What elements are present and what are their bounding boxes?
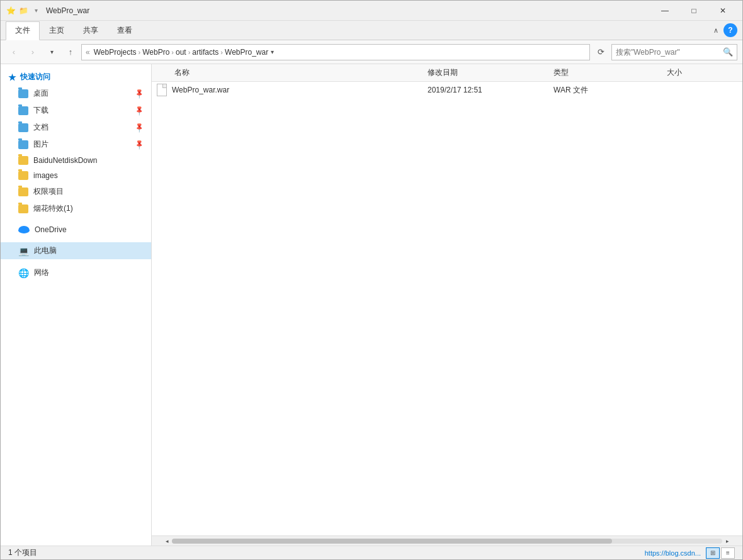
scroll-right-button[interactable]: ▸ <box>722 536 732 546</box>
col-header-type[interactable]: 类型 <box>553 67 667 78</box>
breadcrumb-out[interactable]: out <box>176 48 186 57</box>
sidebar-onedrive-label: OneDrive <box>35 225 67 234</box>
pin-icon-downloads: 📌 <box>133 104 145 116</box>
quick-access-icon: ⭐ <box>6 6 16 16</box>
yanhua-folder-icon <box>18 204 28 213</box>
search-bar[interactable]: 🔍 <box>611 44 737 60</box>
quanxian-folder-icon <box>18 188 28 196</box>
sidebar-item-images[interactable]: images <box>1 168 151 183</box>
sidebar-item-network[interactable]: 🌐 网络 <box>1 264 151 281</box>
refresh-button[interactable]: ⟳ <box>593 44 609 60</box>
tab-share[interactable]: 共享 <box>74 21 108 40</box>
breadcrumb-artifacts[interactable]: artifacts <box>192 48 218 57</box>
col-header-name[interactable]: 名称 <box>157 67 428 78</box>
breadcrumb-sep-4: › <box>220 48 223 56</box>
sidebar-quanxian-label: 权限项目 <box>33 186 64 197</box>
back-button[interactable]: ‹ <box>6 44 22 60</box>
scroll-left-button[interactable]: ◂ <box>162 536 172 546</box>
sidebar-documents-label: 文档 <box>33 122 48 133</box>
file-date-cell: 2019/2/17 12:51 <box>428 86 553 94</box>
pin-icon-documents: 📌 <box>133 121 145 133</box>
breadcrumb-dropdown-icon[interactable]: ▾ <box>271 48 274 55</box>
ribbon-help: ∧ ? <box>713 23 737 37</box>
horizontal-scrollbar[interactable]: ◂ ▸ <box>152 535 742 546</box>
breadcrumb-sep-3: › <box>188 48 191 56</box>
sidebar-item-desktop[interactable]: 桌面 📌 <box>1 85 151 102</box>
tab-file[interactable]: 文件 <box>6 21 40 40</box>
sidebar-desktop-label: 桌面 <box>33 88 48 99</box>
scrollbar-thumb[interactable] <box>172 539 612 544</box>
war-file-icon <box>157 84 167 96</box>
ribbon-collapse-icon[interactable]: ∧ <box>713 26 718 35</box>
pin-icon-desktop: 📌 <box>133 87 145 99</box>
help-button[interactable]: ? <box>723 23 737 37</box>
network-icon: 🌐 <box>18 268 29 278</box>
view-buttons: ⊞ ≡ <box>706 547 735 559</box>
up-button[interactable]: ↑ <box>62 44 79 60</box>
sidebar-network-label: 网络 <box>34 267 49 278</box>
star-icon: ★ <box>8 72 16 82</box>
sidebar-item-pictures[interactable]: 图片 📌 <box>1 136 151 153</box>
title-bar-icons: ⭐ 📁 ▾ <box>6 6 41 16</box>
sidebar-item-documents[interactable]: 文档 📌 <box>1 119 151 136</box>
sidebar-pictures-label: 图片 <box>33 139 48 150</box>
title-bar: ⭐ 📁 ▾ WebPro_war — □ ✕ <box>1 1 742 21</box>
window-controls: — □ ✕ <box>650 1 737 21</box>
sidebar-item-quanxian[interactable]: 权限项目 <box>1 183 151 200</box>
file-name: WebPro_war.war <box>172 86 229 94</box>
pictures-folder-icon <box>18 140 28 149</box>
file-type-cell: WAR 文件 <box>553 85 667 96</box>
scrollbar-track[interactable] <box>172 539 722 544</box>
ribbon: 文件 主页 共享 查看 ∧ ? <box>1 21 742 40</box>
sidebar-item-yanhua[interactable]: 烟花特效(1) <box>1 200 151 217</box>
forward-button[interactable]: › <box>25 44 41 60</box>
file-name-cell: WebPro_war.war <box>157 84 428 96</box>
main-area: ★ 快速访问 桌面 📌 下载 📌 文档 📌 图片 📌 BaiduNetdiskD… <box>1 64 742 546</box>
status-link: https://blog.csdn... <box>645 549 701 557</box>
pin-icon-pictures: 📌 <box>133 138 145 150</box>
maximize-button[interactable]: □ <box>679 1 708 21</box>
search-input[interactable] <box>616 48 723 57</box>
sidebar-item-thispc[interactable]: 💻 此电脑 <box>1 242 151 259</box>
images-folder-icon <box>18 171 28 180</box>
table-row[interactable]: WebPro_war.war 2019/2/17 12:51 WAR 文件 <box>152 82 742 98</box>
tab-home[interactable]: 主页 <box>40 21 74 40</box>
sidebar-divider-1 <box>1 217 151 222</box>
grid-view-button[interactable]: ⊞ <box>706 547 720 559</box>
ribbon-tabs: 文件 主页 共享 查看 ∧ ? <box>1 21 742 40</box>
quick-access-header[interactable]: ★ 快速访问 <box>1 69 151 85</box>
sidebar-images-label: images <box>33 171 58 180</box>
sidebar-baidu-label: BaiduNetdiskDown <box>33 156 97 165</box>
tab-view[interactable]: 查看 <box>108 21 142 40</box>
documents-folder-icon <box>18 123 28 132</box>
downloads-folder-icon <box>18 106 28 115</box>
close-button[interactable]: ✕ <box>708 1 737 21</box>
address-bar: ‹ › ▾ ↑ « WebProjects › WebPro › out › a… <box>1 40 742 64</box>
breadcrumb-bar[interactable]: « WebProjects › WebPro › out › artifacts… <box>81 44 590 60</box>
breadcrumb-sep-1: › <box>139 48 141 56</box>
folder-icon: 📁 <box>18 6 28 16</box>
thispc-icon: 💻 <box>18 246 29 256</box>
file-list-header: ∧ 名称 修改日期 类型 大小 <box>152 64 742 82</box>
desktop-folder-icon <box>18 89 28 98</box>
breadcrumb-webpro[interactable]: WebPro <box>142 48 169 57</box>
sidebar-item-onedrive[interactable]: OneDrive <box>1 222 151 237</box>
dropdown-button[interactable]: ▾ <box>43 44 60 60</box>
sidebar-item-baidu[interactable]: BaiduNetdiskDown <box>1 153 151 168</box>
list-view-button[interactable]: ≡ <box>721 547 735 559</box>
file-area: ∧ 名称 修改日期 类型 大小 WebPro_war.war 2019/2/17… <box>152 64 742 546</box>
onedrive-icon <box>18 226 30 233</box>
sidebar-item-downloads[interactable]: 下载 📌 <box>1 102 151 119</box>
sort-up-indicator[interactable]: ∧ <box>445 69 450 77</box>
pin-icon: ▾ <box>31 6 41 16</box>
sidebar-divider-2 <box>1 237 151 242</box>
quick-access-label: 快速访问 <box>20 72 50 82</box>
col-header-size[interactable]: 大小 <box>667 67 737 78</box>
minimize-button[interactable]: — <box>650 1 679 21</box>
breadcrumb-root[interactable]: « <box>86 48 90 57</box>
breadcrumb-webpro-war[interactable]: WebPro_war <box>225 48 268 57</box>
sidebar: ★ 快速访问 桌面 📌 下载 📌 文档 📌 图片 📌 BaiduNetdiskD… <box>1 64 152 546</box>
sidebar-downloads-label: 下载 <box>33 105 48 116</box>
breadcrumb-webprojects[interactable]: WebProjects <box>94 48 137 57</box>
baidu-folder-icon <box>18 156 28 165</box>
